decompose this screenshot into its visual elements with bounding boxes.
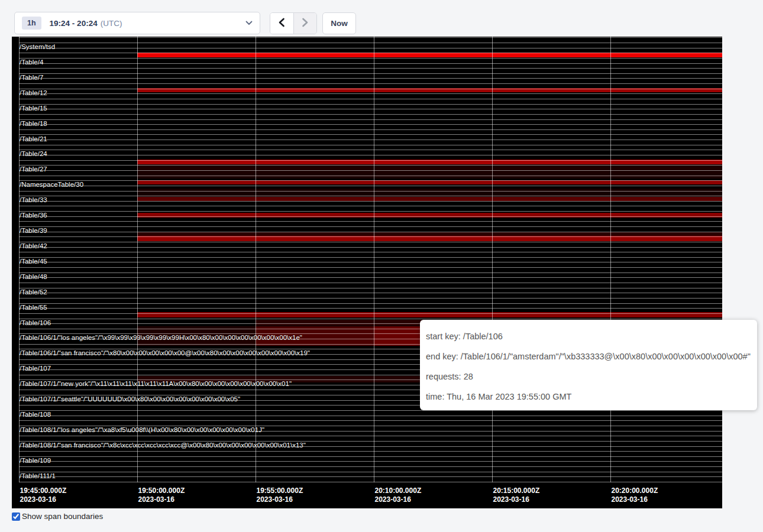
time-gridline [492,37,493,482]
next-interval-button[interactable] [294,13,317,34]
span-boundary-line [19,221,723,222]
heat-band[interactable] [137,312,723,317]
tooltip-start-key: start key: /Table/106 [426,326,752,346]
row-label: /Table/7 [20,74,43,81]
x-tick-time: 20:15:00.000Z [493,486,540,495]
x-tick-time: 19:55:00.000Z [257,486,303,495]
span-boundary-line [19,216,723,217]
show-span-boundaries-control[interactable]: Show span boundaries [12,512,103,521]
span-boundary-line [19,63,723,64]
show-span-boundaries-label: Show span boundaries [22,512,103,521]
span-boundary-line [19,482,723,482]
span-boundary-line [19,93,723,94]
span-boundary-line [19,180,723,181]
x-axis-tick: 19:50:00.000Z2023-03-16 [138,486,185,504]
row-label: /Table/27 [20,166,47,173]
x-tick-time: 20:20:00.000Z [612,486,658,495]
row-label: /Table/4 [20,59,43,66]
row-label: /Table/42 [20,242,47,249]
span-boundary-line [19,288,723,288]
span-boundary-line [19,420,723,421]
span-boundary-line [19,114,723,115]
span-boundary-line [19,232,723,232]
span-boundary-line [19,416,723,416]
heat-band[interactable] [137,232,723,236]
row-label: /Table/18 [20,120,47,127]
key-visualizer-heatmap[interactable]: /System/tsd/Table/4/Table/7/Table/12/Tab… [12,37,722,508]
row-label: /Table/106/1/"los angeles"/"\x99\x99\x99… [20,334,302,341]
span-boundary-line [19,58,723,59]
span-boundary-line [19,293,723,293]
span-boundary-line [19,89,723,89]
span-boundary-line [19,308,723,309]
now-button[interactable]: Now [322,12,356,34]
span-boundary-line [19,466,723,467]
x-tick-date: 2023-03-16 [612,495,658,504]
previous-interval-button[interactable] [270,13,294,34]
x-tick-date: 2023-03-16 [138,495,185,504]
span-boundary-line [19,206,723,206]
row-label: /Table/108 [20,411,51,418]
row-label: /Table/106 [20,319,51,326]
chevron-right-icon [302,18,309,29]
show-span-boundaries-checkbox[interactable] [12,512,20,521]
span-boundary-line [19,456,723,457]
key-visualizer-page: 1h 19:24 - 20:24 (UTC) Now /System/tsd/T… [0,0,763,532]
x-axis-tick: 20:10:00.000Z2023-03-16 [375,486,422,504]
span-boundary-line [19,78,723,79]
span-boundary-line [19,436,723,436]
span-boundary-line [19,165,723,166]
span-boundary-line [19,73,723,74]
x-tick-time: 20:10:00.000Z [375,486,422,495]
row-label: /Table/107 [20,365,51,372]
span-boundary-line [19,68,723,69]
span-boundary-line [19,472,723,472]
span-boundary-line [19,252,723,252]
span-boundary-line [19,257,723,258]
x-tick-date: 2023-03-16 [257,495,303,504]
span-boundary-line [19,104,723,105]
x-axis-tick: 19:45:00.000Z2023-03-16 [20,486,67,504]
time-gridline [610,37,611,482]
time-range-picker[interactable]: 1h 19:24 - 20:24 (UTC) [14,12,260,34]
heat-band[interactable] [137,213,723,218]
row-label: /System/tsd [20,43,55,50]
tooltip-time: time: Thu, 16 Mar 2023 19:55:00 GMT [426,387,752,407]
span-boundary-line [19,461,723,462]
span-boundary-line [19,186,723,186]
row-label: /Table/15 [20,105,47,112]
span-boundary-line [19,109,723,109]
span-boundary-line [19,48,723,48]
span-boundary-line [19,43,723,43]
span-boundary-line [19,247,723,248]
span-boundary-line [19,140,723,140]
tooltip-requests: requests: 28 [426,366,752,387]
span-boundary-line [19,37,723,38]
span-boundary-line [19,242,723,242]
x-tick-time: 19:50:00.000Z [138,486,185,495]
span-boundary-line [19,201,723,202]
row-label: /Table/107/1/"new york"/"\x11\x11\x11\x1… [20,380,292,387]
span-boundary-line [19,226,723,227]
span-boundary-line [19,99,723,99]
row-label: /Table/33 [20,196,47,203]
row-label: /Table/106/1/"san francisco"/"\x80\x00\x… [20,349,310,356]
row-label: /Table/107/1/"seattle"/"UUUUUUD\x00\x80\… [20,395,240,403]
x-tick-date: 2023-03-16 [375,495,422,504]
span-boundary-line [19,451,723,452]
span-boundary-line [19,319,723,319]
x-tick-date: 2023-03-16 [493,495,540,504]
span-boundary-line [19,262,723,262]
row-label: /Table/39 [20,227,47,234]
heat-band[interactable] [137,189,723,197]
x-tick-time: 19:45:00.000Z [20,486,67,495]
span-boundary-line [19,134,723,135]
span-boundary-line [19,119,723,120]
time-range-text: 19:24 - 20:24 [50,19,98,28]
span-boundary-line [19,303,723,304]
x-axis-tick: 20:15:00.000Z2023-03-16 [493,486,540,504]
time-gridline [137,37,138,482]
heat-band[interactable] [137,165,723,179]
row-label: /Table/111/1 [20,472,56,479]
time-nav-group [270,12,317,34]
